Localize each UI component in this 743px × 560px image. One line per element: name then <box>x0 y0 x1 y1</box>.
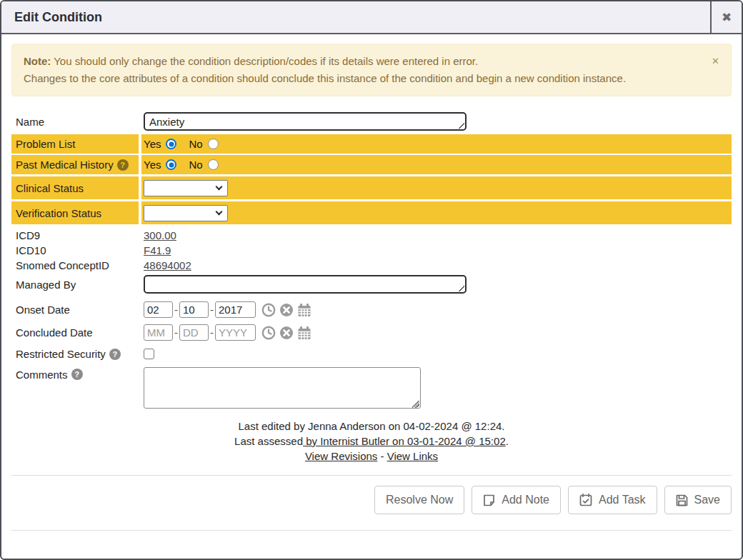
onset-date-label: Onset Date <box>11 299 139 320</box>
snomed-code-link[interactable]: 48694002 <box>144 259 191 271</box>
concluded-month-input[interactable] <box>144 324 173 341</box>
pmh-no-radio[interactable] <box>208 159 219 170</box>
row-clinical-status: Clinical Status <box>11 176 732 199</box>
concluded-year-input[interactable] <box>215 324 256 341</box>
icd10-code-link[interactable]: F41.9 <box>144 244 171 256</box>
snomed-label: Snomed ConceptID <box>11 258 139 273</box>
save-button[interactable]: Save <box>664 486 732 514</box>
managed-by-input[interactable] <box>144 275 467 294</box>
add-task-button[interactable]: Add Task <box>568 486 657 514</box>
problem-list-label: Problem List <box>11 134 139 154</box>
save-floppy-icon <box>676 494 688 506</box>
note-text-1: You should only change the condition des… <box>51 55 478 67</box>
help-icon[interactable]: ? <box>117 159 129 171</box>
note-line-2: Changes to the core attributes of a cond… <box>24 70 702 87</box>
problem-list-yes-label: Yes <box>144 138 161 150</box>
verification-status-select[interactable] <box>144 205 228 221</box>
calendar-icon[interactable] <box>297 303 311 317</box>
time-icon[interactable] <box>261 303 276 317</box>
row-managed-by: Managed By <box>11 273 732 296</box>
onset-month-input[interactable] <box>144 301 173 318</box>
note-icon <box>483 494 495 506</box>
note-dismiss-icon[interactable]: ✕ <box>712 53 719 70</box>
onset-day-input[interactable] <box>179 301 209 318</box>
dialog-body: Note: You should only change the conditi… <box>1 34 742 531</box>
row-problem-list: Problem List Yes No <box>11 134 732 154</box>
last-assessed-prefix: Last assessed <box>234 435 303 447</box>
clear-date-icon[interactable] <box>279 303 294 317</box>
view-links-line: View Revisions - View Links <box>11 449 732 464</box>
task-calendar-icon <box>579 494 592 506</box>
row-comments: Comments ? <box>11 365 732 413</box>
last-assessed-link[interactable]: by Internist Butler on 03-01-2024 @ 15:0… <box>303 435 506 447</box>
calendar-icon[interactable] <box>297 326 311 340</box>
add-note-button[interactable]: Add Note <box>472 486 561 514</box>
icd10-label: ICD10 <box>11 243 139 258</box>
row-restricted-security: Restricted Security ? <box>11 346 732 362</box>
date-separator: - <box>174 326 178 339</box>
concluded-date-label: Concluded Date <box>11 322 139 343</box>
name-label: Name <box>11 110 139 133</box>
divider <box>11 475 732 476</box>
add-note-label: Add Note <box>502 494 549 506</box>
view-links-link[interactable]: View Links <box>387 450 438 462</box>
problem-list-yes-radio[interactable] <box>166 139 176 149</box>
icd9-code-link[interactable]: 300.00 <box>144 229 176 241</box>
time-icon[interactable] <box>261 326 276 340</box>
pmh-yes-label: Yes <box>144 159 161 171</box>
close-icon: ✖ <box>722 10 732 25</box>
date-separator: - <box>210 304 214 316</box>
edit-condition-dialog: Edit Condition ✖ Note: You should only c… <box>0 0 743 560</box>
restricted-security-label: Restricted Security <box>16 348 106 360</box>
row-verification-status: Verification Status <box>11 201 732 224</box>
chevron-down-icon <box>216 184 223 191</box>
restricted-security-checkbox[interactable] <box>144 349 154 359</box>
row-snomed: Snomed ConceptID 48694002 <box>11 258 732 273</box>
note-line-1: Note: You should only change the conditi… <box>24 53 702 70</box>
row-onset-date: Onset Date - - <box>11 299 732 320</box>
help-icon[interactable]: ? <box>71 369 83 380</box>
save-label: Save <box>694 494 720 506</box>
date-separator: - <box>174 304 178 316</box>
note-banner: Note: You should only change the conditi… <box>11 44 732 96</box>
clinical-status-label: Clinical Status <box>11 176 139 199</box>
past-medical-history-label: Past Medical History <box>16 159 114 171</box>
problem-list-no-radio[interactable] <box>208 139 219 149</box>
row-name: Name <box>11 110 732 133</box>
action-buttons: Resolve Now Add Note Add Task Save <box>11 486 732 514</box>
divider <box>11 530 732 531</box>
managed-by-label: Managed By <box>11 273 139 296</box>
add-task-label: Add Task <box>599 494 646 506</box>
concluded-day-input[interactable] <box>179 324 209 341</box>
clinical-status-select[interactable] <box>144 180 228 196</box>
links-separator: - <box>377 450 387 462</box>
onset-year-input[interactable] <box>215 301 256 318</box>
dialog-titlebar: Edit Condition ✖ <box>1 1 742 34</box>
resolve-now-label: Resolve Now <box>386 494 453 506</box>
comments-textarea[interactable] <box>144 367 421 409</box>
pmh-yes-radio[interactable] <box>166 159 176 170</box>
last-assessed-line: Last assessed by Internist Butler on 03-… <box>11 434 732 449</box>
view-revisions-link[interactable]: View Revisions <box>305 450 377 462</box>
audit-info: Last edited by Jenna Anderson on 04-02-2… <box>11 419 732 464</box>
last-edited-text: Last edited by Jenna Anderson on 04-02-2… <box>11 419 732 434</box>
row-icd9: ICD9 300.00 <box>11 228 732 243</box>
row-icd10: ICD10 F41.9 <box>11 243 732 258</box>
dialog-title: Edit Condition <box>1 1 710 33</box>
resolve-now-button[interactable]: Resolve Now <box>374 486 464 514</box>
row-past-medical-history: Past Medical History ? Yes No <box>11 155 732 174</box>
comments-label: Comments <box>16 369 68 381</box>
pmh-no-label: No <box>189 159 202 171</box>
chevron-down-icon <box>216 209 223 216</box>
clear-date-icon[interactable] <box>279 326 294 340</box>
note-prefix: Note: <box>24 55 51 67</box>
help-icon[interactable]: ? <box>109 349 121 360</box>
verification-status-label: Verification Status <box>11 201 139 224</box>
last-assessed-period: . <box>506 435 509 447</box>
date-separator: - <box>210 326 214 339</box>
row-concluded-date: Concluded Date - - <box>11 322 732 343</box>
dialog-close-button[interactable]: ✖ <box>710 1 742 33</box>
name-input[interactable] <box>144 112 467 131</box>
condition-form: Name Problem List Yes No <box>11 110 732 413</box>
icd9-label: ICD9 <box>11 228 139 243</box>
